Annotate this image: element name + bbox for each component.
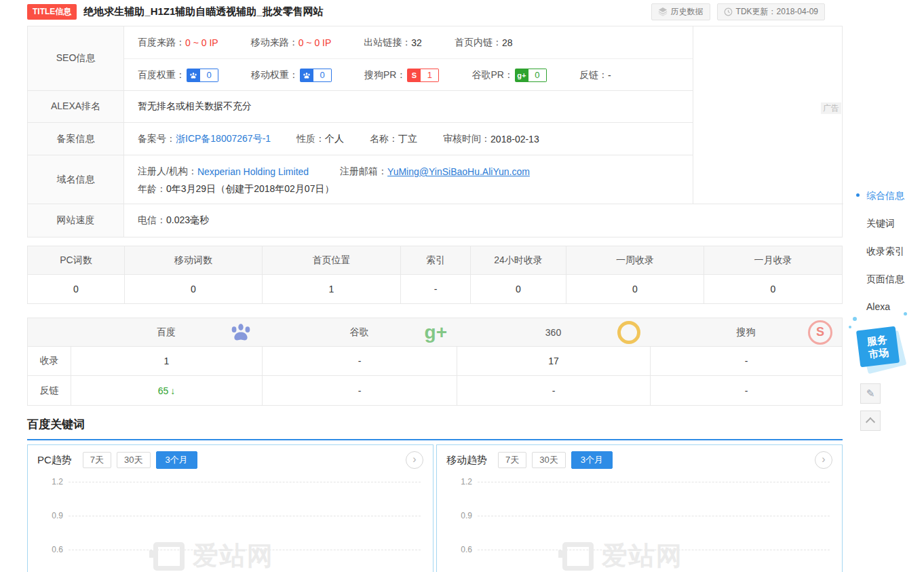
field-value: - [608,70,611,81]
registrant-email-link[interactable]: YuMing@YinSiBaoHu.AliYun.com [387,166,530,177]
baidu-paw-icon [300,69,313,82]
domain-content: 注册人/机构： Nexperian Holding Limited 注册邮箱： … [124,155,693,204]
title-bar-actions: 历史数据 TDK更新：2018-04-09 [651,3,825,20]
mobile-trend-chart: 1.2 0.9 0.6 0.3 爱站网 [437,474,842,572]
mobile-weight-field: 移动权重： 0 [251,69,332,82]
tab-3months[interactable]: 3个月 [156,451,197,469]
nav-item-overview[interactable]: 综合信息 [856,190,904,202]
sogou-pr-value: 1 [421,69,439,82]
tab-7days[interactable]: 7天 [498,452,526,468]
field-key: 审核时间： [443,133,490,145]
chevron-right-button[interactable]: › [815,451,832,469]
stats-value-cell: 0 [470,275,566,303]
pc-trend-tabs: 7天 30天 3个月 [83,451,197,469]
stats-value-cell: 0 [704,275,842,303]
deco-dot [904,312,907,316]
mobile-weight-badge[interactable]: 0 [300,69,332,82]
title-info-badge: TITLE信息 [27,4,77,20]
engine-header-google: 谷歌 g+ [262,318,457,347]
stats-header-cell: 一月收录 [704,246,842,275]
sogou-pr-badge[interactable]: S 1 [407,69,439,82]
y-tick: 0.6 [35,545,63,554]
engine-value-cell: - [262,347,457,376]
engine-value-cell: - [457,376,650,405]
field-key: 搜狗PR： [364,69,406,81]
domain-age-field: 年龄： 0年3月29日（创建于2018年02月07日） [138,183,334,195]
nav-item-label: 页面信息 [866,273,904,284]
service-market-badge[interactable]: 服务 市场 [856,326,910,375]
alexa-value: 暂无排名或相关数据不充分 [138,100,252,113]
field-value: 28 [502,37,513,48]
field-value: 0.023毫秒 [166,214,209,227]
field-value: 32 [411,37,422,48]
back-to-top-button[interactable] [860,411,881,431]
backlinks-count: 65 [158,385,169,396]
speed-row-label: 网站速度 [28,204,124,237]
deco-dot [853,317,857,321]
tab-30days[interactable]: 30天 [117,452,150,468]
nav-item-keywords[interactable]: 关键词 [856,218,904,230]
clock-icon [724,7,733,16]
ad-slot: 广告 [693,26,843,204]
google-plus-icon: g+ [515,69,528,82]
seo-traffic-line: 百度来路： 0 ~ 0 IP 移动来路： 0 ~ 0 IP 出站链接： 32 首… [124,26,693,59]
y-tick: 0.6 [444,545,472,554]
tab-30days[interactable]: 30天 [532,452,565,468]
stats-value-cell: 0 [124,275,262,303]
field-value: 0 ~ 0 IP [299,37,332,48]
gridline [478,516,830,516]
field-value: 丁立 [398,133,417,145]
history-data-button[interactable]: 历史数据 [651,3,710,20]
tdk-update-button[interactable]: TDK更新：2018-04-09 [717,3,825,20]
seo-info-content: 百度来路： 0 ~ 0 IP 移动来路： 0 ~ 0 IP 出站链接： 32 首… [124,26,693,91]
stats-value-cell: 0 [566,275,704,303]
nav-item-index[interactable]: 收录索引 [856,246,904,258]
tab-7days[interactable]: 7天 [83,452,111,468]
feedback-button[interactable]: ✎ [860,383,881,404]
icp-number-field: 备案号： 浙ICP备18007267号-1 [138,133,271,145]
service-badge-line2: 市场 [868,345,889,361]
mobile-traffic-field: 移动来路： 0 ~ 0 IP [251,37,332,49]
mobile-trend-label: 移动趋势 [446,454,487,467]
google-pr-badge[interactable]: g+ 0 [515,69,547,82]
chevron-right-button[interactable]: › [406,451,423,469]
baidu-traffic-field: 百度来路： 0 ~ 0 IP [138,37,218,49]
site-info-table: SEO信息 百度来路： 0 ~ 0 IP 移动来路： 0 ~ 0 IP 出站链接… [27,26,843,237]
icp-name-field: 名称： 丁立 [370,133,417,145]
bullet-dot [856,193,860,197]
field-key: 百度来路： [138,37,185,49]
row-label-shoulu: 收录 [28,347,71,376]
nav-item-alexa[interactable]: Alexa [856,301,904,312]
engine-name: 百度 [157,326,176,339]
stats-header-cell: 移动词数 [124,246,262,275]
icp-audit-date-field: 审核时间： 2018-02-13 [443,133,539,145]
field-key: 性质： [296,133,325,145]
mobile-trend-panel: 移动趋势 7天 30天 3个月 › 1.2 0.9 0.6 0.3 [436,444,843,572]
baidu-weight-badge[interactable]: 0 [187,69,218,82]
field-key: 百度权重： [138,69,185,81]
nav-item-pageinfo[interactable]: 页面信息 [856,273,904,286]
nav-item-label: 综合信息 [866,190,904,201]
nav-item-label: Alexa [866,301,890,312]
domain-row-label: 域名信息 [28,155,124,204]
registrant-link[interactable]: Nexperian Holding Limited [197,166,309,177]
icp-number-link[interactable]: 浙ICP备18007267号-1 [176,133,271,145]
sogou-s-icon: S [808,320,832,345]
pc-trend-chart: 1.2 0.9 0.6 0.3 爱站网 [28,474,433,572]
baidu-paw-icon [187,69,200,82]
aizhan-logo-icon [153,542,185,571]
home-inlinks-field: 首页内链： 28 [455,37,513,49]
tab-3months[interactable]: 3个月 [571,451,613,469]
registrant-email-field: 注册邮箱： YuMing@YinSiBaoHu.AliYun.com [340,166,530,178]
field-key: 注册人/机构： [138,166,197,178]
360-ring-icon [617,321,640,344]
alexa-content: 暂无排名或相关数据不充分 [124,91,693,123]
tdk-update-label: TDK更新：2018-04-09 [736,6,818,18]
engine-name: 搜狗 [737,326,756,339]
seo-weight-line: 百度权重： 0 移动权重： 0 搜狗PR： S [124,59,693,91]
mobile-trend-header: 移动趋势 7天 30天 3个月 › [437,445,842,472]
field-key: 移动来路： [251,37,299,49]
engine-name: 谷歌 [350,326,369,339]
stats-header-cell: 24小时收录 [470,246,566,275]
pc-trend-panel: PC趋势 7天 30天 3个月 › 1.2 0.9 0.6 0.3 [27,444,434,572]
